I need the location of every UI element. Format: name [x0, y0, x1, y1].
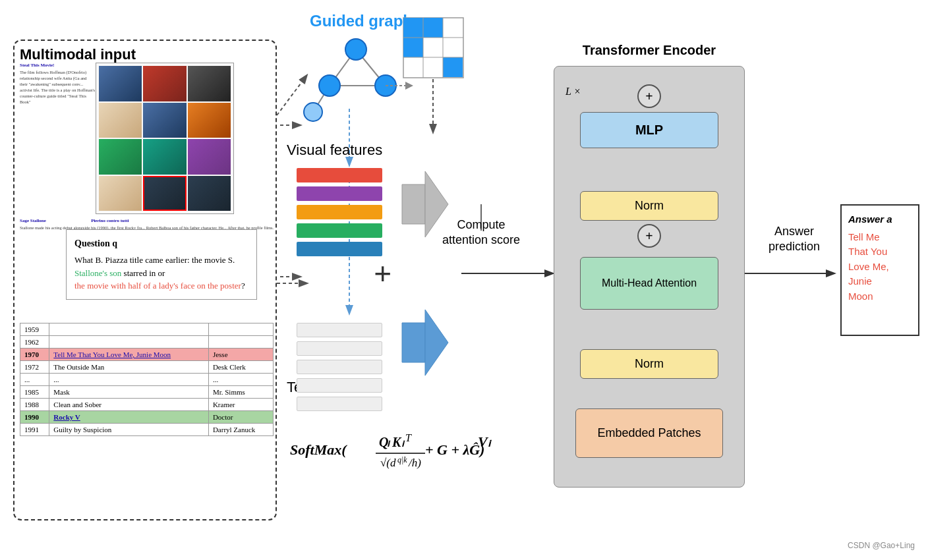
- table-row: 1991 Guilty by Suspicion Darryl Zanuck: [20, 424, 274, 436]
- table-cell-year: 1985: [20, 386, 49, 399]
- guided-graph-label: Guided graph: [310, 12, 413, 30]
- add-circle-1: +: [637, 224, 661, 248]
- svg-text:ᵢ: ᵢ: [387, 435, 391, 449]
- table-cell-year: 1991: [20, 424, 49, 436]
- text-bar-2: [297, 341, 382, 356]
- svg-rect-41: [423, 18, 443, 38]
- svg-marker-8: [425, 310, 448, 376]
- article-link-sage: Sage Stallone: [20, 218, 46, 223]
- table-cell-title: Guilty by Suspicion: [49, 424, 209, 436]
- svg-marker-5: [402, 184, 425, 224]
- table-cell-year: 1990: [20, 411, 49, 424]
- svg-text:+ G + λĜ): + G + λĜ): [425, 441, 484, 458]
- table-cell-title: ...: [49, 374, 209, 386]
- table-cell-role: Mr. Simms: [208, 386, 273, 399]
- article-text-left: Steal This Movie! The film follows Hoffm…: [20, 63, 96, 105]
- answer-prediction-label: Answer prediction: [761, 224, 827, 255]
- text-bar-3: [297, 360, 382, 374]
- visual-bars: [297, 168, 382, 256]
- svg-marker-7: [402, 323, 425, 362]
- table-cell-year: 1959: [20, 323, 49, 336]
- visual-bar-3: [297, 205, 382, 219]
- table-cell-title: [49, 323, 209, 336]
- table-cell-year: 1972: [20, 361, 49, 374]
- table-cell-role: Jesse: [208, 349, 273, 361]
- article-link-pierino: Pierino contro tutti: [91, 218, 129, 223]
- svg-point-37: [304, 103, 322, 121]
- svg-rect-43: [443, 57, 463, 77]
- table-cell-role: Darryl Zanuck: [208, 424, 273, 436]
- visual-bar-5: [297, 242, 382, 256]
- svg-point-35: [319, 75, 340, 96]
- article-text-2: Sage Stallone Pierino contro tutti Stall…: [20, 217, 283, 231]
- mha-box: Multi-Head Attention: [580, 257, 718, 310]
- svg-text:q|k: q|k: [397, 455, 407, 464]
- lx-label: L ×: [566, 86, 581, 98]
- article-body-1: The film follows Hoffman (D'Onofrio) rel…: [20, 69, 96, 105]
- table-cell-role: Kramer: [208, 399, 273, 411]
- svg-text:√(d: √(d: [380, 457, 396, 469]
- table-cell-title: Mask: [49, 386, 209, 399]
- svg-text:SoftMax(: SoftMax(: [290, 441, 347, 458]
- question-red-text: the movie with half of a lady's face on …: [74, 281, 241, 291]
- visual-features-label: Visual features: [287, 142, 382, 159]
- table-cell-role: [208, 323, 273, 336]
- compute-attention-label: Compute attention score: [435, 217, 527, 248]
- table-cell-year: ...: [20, 374, 49, 386]
- answer-box: Answer a Tell MeThat YouLove Me,JunieMoo…: [840, 204, 919, 336]
- text-bars: [297, 323, 382, 411]
- title-link-1990: Rocky V: [53, 413, 80, 421]
- question-body: What B. Piazza title came earlier: the m…: [74, 254, 248, 293]
- svg-rect-40: [403, 18, 423, 38]
- embedded-patches-box: Embedded Patches: [575, 408, 723, 458]
- answer-text: Tell MeThat YouLove Me,JunieMoon: [848, 230, 912, 304]
- text-bar-4: [297, 378, 382, 393]
- svg-text:/h): /h): [408, 457, 421, 469]
- svg-text:ᵢ: ᵢ: [488, 434, 492, 450]
- norm-box-2: Norm: [580, 349, 718, 379]
- table-cell-title: The Outside Man: [49, 361, 209, 374]
- text-bar-5: [297, 397, 382, 411]
- question-box: Question q What B. Piazza title came ear…: [66, 229, 257, 300]
- table-cell-title: Tell Me That You Love Me, Junie Moon: [49, 349, 209, 361]
- multimodal-label: Multimodal input: [20, 46, 136, 63]
- movie-grid: [96, 63, 234, 214]
- question-title: Question q: [74, 237, 248, 250]
- title-link-1970: Tell Me That You Love Me, Junie Moon: [53, 350, 171, 358]
- answer-title: Answer a: [848, 212, 912, 227]
- table-cell-role: ...: [208, 374, 273, 386]
- table-row-ellipsis: ... ... ...: [20, 374, 274, 386]
- svg-text:K: K: [392, 435, 402, 449]
- adjacency-matrix: [402, 16, 465, 79]
- table-cell-title: Rocky V: [49, 411, 209, 424]
- table-cell-title: [49, 336, 209, 349]
- watermark: CSDN @Gao+Ling: [848, 541, 915, 550]
- visual-bar-1: [297, 168, 382, 182]
- table-row: 1962: [20, 336, 274, 349]
- question-green-text: Stallone's son: [74, 268, 121, 278]
- visual-bar-4: [297, 223, 382, 238]
- table-row-highlighted-1970: 1970 Tell Me That You Love Me, Junie Moo…: [20, 349, 274, 361]
- table-row: 1959: [20, 323, 274, 336]
- table-cell-year: 1962: [20, 336, 49, 349]
- formula-area: SoftMax( Q ᵢ K ᵢ T √(d q|k /h) + G + λĜ)…: [287, 422, 511, 478]
- table-row-highlighted-1990: 1990 Rocky V Doctor: [20, 411, 274, 424]
- svg-rect-42: [403, 38, 423, 57]
- visual-bar-2: [297, 186, 382, 201]
- table-cell-role: [208, 336, 273, 349]
- svg-point-34: [345, 39, 366, 60]
- table-cell-year: 1988: [20, 399, 49, 411]
- table-row: 1985 Mask Mr. Simms: [20, 386, 274, 399]
- table-row: 1972 The Outside Man Desk Clerk: [20, 361, 274, 374]
- plus-sign: +: [374, 256, 392, 292]
- text-bar-1: [297, 323, 382, 337]
- norm-box-1: Norm: [580, 191, 718, 221]
- table-cell-role: Desk Clerk: [208, 361, 273, 374]
- table-cell-role: Doctor: [208, 411, 273, 424]
- filmography-table: 1959 1962 1970 Tell Me That You Love Me,…: [20, 323, 274, 436]
- mlp-box: MLP: [580, 112, 718, 148]
- svg-text:T: T: [405, 432, 412, 443]
- table-row: 1988 Clean and Sober Kramer: [20, 399, 274, 411]
- transformer-encoder-label: Transformer Encoder: [554, 43, 745, 58]
- add-circle-2: +: [637, 84, 661, 108]
